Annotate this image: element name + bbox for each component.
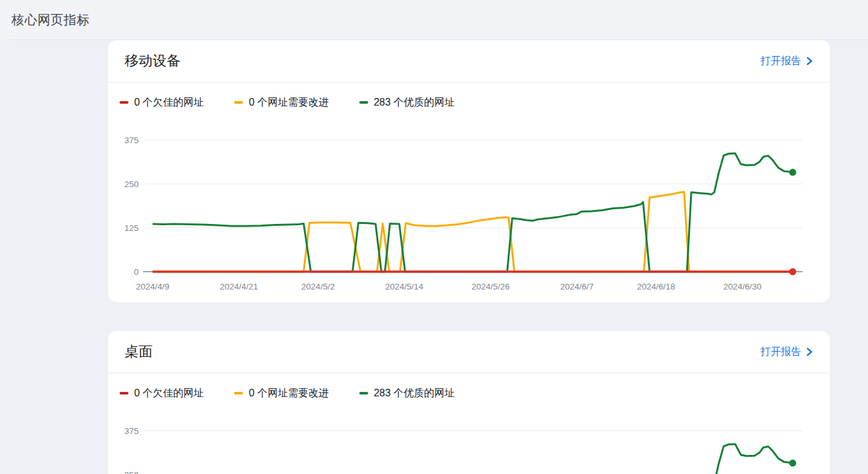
legend-dash-icon bbox=[234, 101, 243, 104]
page-title: 核心网页指标 bbox=[11, 11, 90, 29]
svg-text:2024/4/21: 2024/4/21 bbox=[220, 282, 258, 291]
card-desktop: 桌面 打开报告 0 个欠佳的网址0 个网址需要改进283 个优质的网址 0125… bbox=[108, 331, 830, 474]
legend-item: 0 个欠佳的网址 bbox=[120, 387, 203, 400]
legend-item: 283 个优质的网址 bbox=[359, 387, 455, 400]
card-mobile-title: 移动设备 bbox=[125, 52, 181, 71]
svg-text:2024/5/14: 2024/5/14 bbox=[385, 282, 424, 291]
legend-dash-icon bbox=[234, 392, 243, 394]
svg-text:2024/5/26: 2024/5/26 bbox=[472, 282, 510, 291]
svg-text:0: 0 bbox=[134, 267, 139, 277]
card-desktop-title: 桌面 bbox=[125, 342, 153, 361]
page-header: 核心网页指标 bbox=[0, 0, 868, 39]
svg-text:2024/6/7: 2024/6/7 bbox=[560, 282, 594, 291]
svg-text:375: 375 bbox=[124, 136, 139, 145]
legend-dash-icon bbox=[359, 392, 368, 394]
svg-text:125: 125 bbox=[124, 223, 139, 233]
chevron-right-icon bbox=[806, 57, 813, 66]
vitals-chart-desktop: 01252503752024/4/92024/4/212024/5/22024/… bbox=[108, 421, 830, 474]
chart-legend: 0 个欠佳的网址0 个网址需要改进283 个优质的网址 bbox=[120, 387, 830, 400]
legend-dash-icon bbox=[120, 101, 128, 104]
card-mobile-header: 移动设备 打开报告 bbox=[108, 40, 830, 83]
svg-text:250: 250 bbox=[124, 179, 139, 189]
open-report-link-desktop[interactable]: 打开报告 bbox=[761, 345, 813, 359]
open-report-link-mobile[interactable]: 打开报告 bbox=[761, 55, 813, 68]
legend-label: 0 个欠佳的网址 bbox=[134, 96, 203, 109]
vitals-chart-mobile: 01252503752024/4/92024/4/212024/5/22024/… bbox=[108, 130, 830, 302]
svg-text:2024/6/30: 2024/6/30 bbox=[723, 282, 761, 291]
legend-item: 0 个欠佳的网址 bbox=[120, 96, 203, 109]
svg-text:250: 250 bbox=[124, 470, 139, 474]
legend-item: 0 个网址需要改进 bbox=[234, 387, 328, 400]
legend-dash-icon bbox=[120, 392, 128, 394]
legend-item: 0 个网址需要改进 bbox=[234, 96, 328, 109]
legend-label: 0 个网址需要改进 bbox=[249, 96, 328, 109]
open-report-label: 打开报告 bbox=[761, 345, 801, 359]
svg-text:2024/6/18: 2024/6/18 bbox=[637, 282, 675, 291]
legend-label: 0 个欠佳的网址 bbox=[134, 387, 203, 400]
svg-text:2024/4/9: 2024/4/9 bbox=[136, 282, 170, 291]
svg-text:2024/5/2: 2024/5/2 bbox=[301, 282, 335, 291]
card-mobile: 移动设备 打开报告 0 个欠佳的网址0 个网址需要改进283 个优质的网址 01… bbox=[108, 40, 830, 302]
chart-legend: 0 个欠佳的网址0 个网址需要改进283 个优质的网址 bbox=[120, 96, 830, 109]
svg-text:375: 375 bbox=[124, 426, 139, 436]
card-desktop-header: 桌面 打开报告 bbox=[108, 331, 830, 373]
chevron-right-icon bbox=[806, 347, 813, 356]
legend-item: 283 个优质的网址 bbox=[359, 96, 455, 109]
content-area: 移动设备 打开报告 0 个欠佳的网址0 个网址需要改进283 个优质的网址 01… bbox=[0, 40, 868, 474]
open-report-label: 打开报告 bbox=[761, 55, 801, 68]
legend-label: 283 个优质的网址 bbox=[374, 387, 455, 400]
legend-label: 283 个优质的网址 bbox=[374, 96, 455, 109]
legend-label: 0 个网址需要改进 bbox=[249, 387, 328, 400]
legend-dash-icon bbox=[359, 101, 368, 104]
